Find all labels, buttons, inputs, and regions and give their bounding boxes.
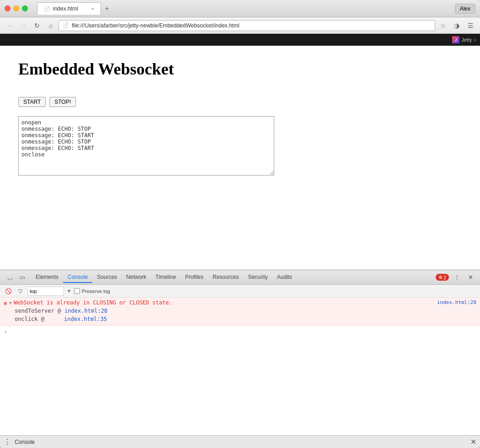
devtools-bottom-menu-button[interactable]: ⋮ bbox=[4, 437, 11, 446]
error-icon: ⊗ bbox=[438, 274, 443, 280]
devtools-device-button[interactable]: ▭ bbox=[16, 272, 28, 283]
console-prompt: › bbox=[0, 325, 480, 338]
devtools-tab-console[interactable]: Console bbox=[63, 272, 92, 283]
devtools-bottom-label: Console bbox=[15, 439, 35, 445]
error-count: 2 bbox=[443, 275, 446, 280]
nav-bar: ← → ↻ ⌂ 📄 file:///Users/afarber/src/jett… bbox=[0, 17, 480, 34]
buttons-row: START STOP! bbox=[18, 97, 462, 107]
devtools-tab-resources[interactable]: Resources bbox=[208, 272, 243, 283]
tab-bar: 📄 index.html × + bbox=[37, 2, 455, 15]
stack-line: onclick @index.html:35 bbox=[15, 315, 476, 323]
error-left: ⊗ ▼ WebSocket is already in CLOSING or C… bbox=[4, 299, 172, 307]
menu-button[interactable]: ☰ bbox=[464, 20, 476, 32]
devtools-tab-audits[interactable]: Audits bbox=[272, 272, 297, 283]
devtools-panel: ◡ ▭ ElementsConsoleSourcesNetworkTimelin… bbox=[0, 270, 480, 448]
title-bar: 📄 index.html × + Alex bbox=[0, 0, 480, 17]
forward-button[interactable]: → bbox=[17, 20, 29, 32]
stack-function: onclick @ bbox=[15, 316, 60, 322]
log-textarea[interactable] bbox=[18, 116, 274, 176]
console-content: ⊗ ▼ WebSocket is already in CLOSING or C… bbox=[0, 298, 480, 435]
error-stack: sendToServer @index.html:28onclick @inde… bbox=[4, 307, 476, 323]
devtools-tabs: ElementsConsoleSourcesNetworkTimelinePro… bbox=[31, 272, 297, 283]
user-button[interactable]: Alex bbox=[455, 4, 475, 14]
preserve-log-checkbox[interactable] bbox=[74, 288, 80, 294]
browser-tab[interactable]: 📄 index.html × bbox=[37, 2, 101, 15]
stack-function: sendToServer @ bbox=[15, 308, 61, 314]
devtools-right-controls: ⊗ 2 ⋮ ✕ bbox=[436, 272, 476, 283]
error-row: ⊗ ▼ WebSocket is already in CLOSING or C… bbox=[0, 298, 480, 325]
minimize-button[interactable] bbox=[13, 5, 19, 11]
extensions-bar: J Jetty » bbox=[0, 34, 480, 46]
devtools-tab-timeline[interactable]: Timeline bbox=[151, 272, 181, 283]
new-tab-button[interactable]: + bbox=[101, 3, 113, 15]
browser-window: 📄 index.html × + Alex ← → ↻ ⌂ 📄 file:///… bbox=[0, 0, 480, 448]
devtools-tab-profiles[interactable]: Profiles bbox=[181, 272, 208, 283]
jetty-extension[interactable]: J Jetty » bbox=[452, 36, 476, 43]
address-file-icon: 📄 bbox=[63, 22, 69, 28]
error-badge: ⊗ 2 bbox=[436, 274, 449, 281]
devtools-bottom: ⋮ Console ✕ bbox=[0, 435, 480, 448]
devtools-tab-security[interactable]: Security bbox=[243, 272, 272, 283]
page-content: Embedded Websocket START STOP! ◡ ▭ Eleme… bbox=[0, 46, 480, 448]
devtools-tab-network[interactable]: Network bbox=[122, 272, 151, 283]
back-button[interactable]: ← bbox=[4, 20, 16, 32]
devtools-bottom-close-button[interactable]: ✕ bbox=[470, 437, 476, 446]
jetty-label: Jetty bbox=[461, 37, 472, 43]
bookmark-button[interactable]: ☆ bbox=[437, 20, 449, 32]
stack-file-link[interactable]: index.html:28 bbox=[64, 308, 107, 314]
console-toolbar: 🚫 ▽ ▼ Preserve log bbox=[0, 285, 480, 298]
stack-file-link[interactable]: index.html:35 bbox=[64, 316, 107, 322]
address-bar[interactable]: 📄 file:///Users/afarber/src/jetty-newbie… bbox=[59, 20, 435, 31]
close-button[interactable] bbox=[5, 5, 11, 11]
devtools-tab-sources[interactable]: Sources bbox=[92, 272, 122, 283]
clear-console-button[interactable]: 🚫 bbox=[4, 287, 13, 296]
filter-toggle-button[interactable]: ▽ bbox=[16, 287, 25, 296]
error-file-link[interactable]: index.html:28 bbox=[437, 299, 476, 305]
extension-arrow-icon: » bbox=[474, 37, 476, 43]
filter-dropdown-icon[interactable]: ▼ bbox=[67, 288, 71, 293]
home-button[interactable]: ⌂ bbox=[45, 20, 57, 32]
devtools-tab-elements[interactable]: Elements bbox=[31, 272, 63, 283]
url-text: file:///Users/afarber/src/jetty-newbie/E… bbox=[72, 22, 240, 29]
error-circle-icon: ⊗ bbox=[4, 300, 7, 307]
collapse-triangle-icon[interactable]: ▼ bbox=[9, 300, 12, 305]
devtools-header: ◡ ▭ ElementsConsoleSourcesNetworkTimelin… bbox=[0, 270, 480, 285]
error-message-text: WebSocket is already in CLOSING or CLOSE… bbox=[14, 299, 172, 306]
web-content: Embedded Websocket START STOP! bbox=[0, 46, 480, 270]
reload-button[interactable]: ↻ bbox=[31, 20, 43, 32]
devtools-close-button[interactable]: ✕ bbox=[464, 272, 476, 283]
stack-line: sendToServer @index.html:28 bbox=[15, 307, 476, 315]
filter-input[interactable] bbox=[27, 287, 64, 296]
error-main: ⊗ ▼ WebSocket is already in CLOSING or C… bbox=[4, 299, 476, 307]
tab-title: index.html bbox=[53, 5, 78, 12]
preserve-log-text: Preserve log bbox=[82, 288, 110, 294]
tab-favicon-icon: 📄 bbox=[44, 6, 50, 12]
preserve-log-label: Preserve log bbox=[74, 288, 110, 294]
start-button[interactable]: START bbox=[18, 97, 46, 107]
devtools-inspect-button[interactable]: ◡ bbox=[4, 272, 16, 283]
stop-button[interactable]: STOP! bbox=[49, 97, 76, 107]
prompt-arrow-icon[interactable]: › bbox=[4, 328, 7, 335]
tab-close-icon[interactable]: × bbox=[91, 6, 94, 11]
jetty-icon: J bbox=[452, 36, 459, 43]
maximize-button[interactable] bbox=[22, 5, 28, 11]
opera-button[interactable]: ◑ bbox=[451, 20, 463, 32]
traffic-lights bbox=[5, 5, 28, 11]
page-title: Embedded Websocket bbox=[18, 59, 462, 79]
devtools-more-button[interactable]: ⋮ bbox=[451, 272, 463, 283]
